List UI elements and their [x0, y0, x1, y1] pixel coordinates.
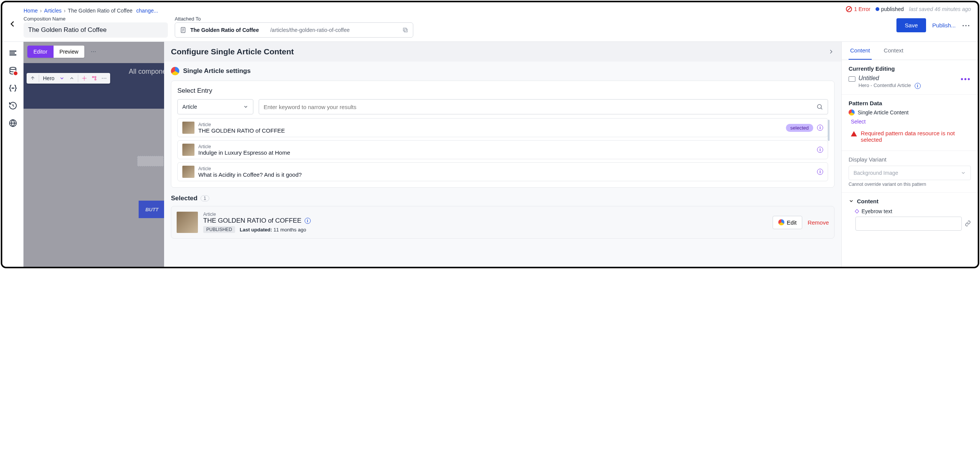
chevron-down-icon — [849, 198, 854, 204]
eyebrow-text-input[interactable] — [856, 217, 962, 231]
published-badge: PUBLISHED — [203, 226, 235, 233]
entry-thumbnail — [182, 121, 194, 134]
breadcrumb-current: The Golden Ratio of Coffee — [68, 8, 132, 14]
svg-point-8 — [10, 67, 16, 70]
eyebrow-label: Eyebrow text — [861, 208, 892, 214]
chevron-down-icon — [961, 170, 966, 175]
chip-more-icon[interactable]: ⋯ — [100, 75, 108, 82]
layers-icon[interactable] — [8, 49, 18, 58]
pattern-data-heading: Pattern Data — [849, 100, 971, 107]
back-button[interactable] — [6, 18, 19, 30]
pattern-select-button[interactable]: Select — [849, 115, 868, 128]
tree-icon[interactable] — [91, 75, 98, 82]
attached-title: The Golden Ratio of Coffee — [190, 27, 259, 33]
save-button[interactable]: Save — [896, 18, 926, 32]
composition-name-label: Composition Name — [24, 16, 168, 22]
canvas-more-icon[interactable]: ⋯ — [88, 46, 100, 58]
info-icon[interactable]: i — [817, 124, 823, 131]
info-icon[interactable]: i — [817, 147, 823, 153]
warning-icon — [851, 131, 857, 136]
search-icon — [816, 104, 823, 110]
entry-row[interactable]: Article Indulge in Luxury Espresso at Ho… — [177, 140, 828, 159]
copy-icon[interactable] — [402, 27, 408, 33]
svg-rect-15 — [95, 77, 96, 78]
collapse-panel-icon[interactable] — [828, 48, 835, 55]
up-arrow-icon[interactable] — [29, 75, 37, 82]
chevron-up-icon[interactable] — [68, 75, 76, 82]
entry-type: Article — [198, 122, 782, 127]
info-icon[interactable]: i — [305, 218, 311, 224]
variant-select: Background Image — [849, 166, 971, 180]
target-icon[interactable] — [81, 75, 88, 82]
updated-label: Last updated: — [240, 227, 272, 233]
breadcrumb-separator: › — [40, 8, 42, 14]
chevron-down-icon[interactable] — [58, 75, 66, 82]
monitor-icon — [849, 77, 856, 82]
info-icon[interactable]: i — [915, 83, 921, 89]
svg-rect-6 — [10, 53, 15, 54]
breadcrumb-articles[interactable]: Articles — [44, 8, 62, 14]
entry-row[interactable]: Article THE GOLDEN RATIO of COFFEE selec… — [177, 118, 828, 137]
editor-tab[interactable]: Editor — [27, 46, 54, 58]
left-rail — [2, 42, 24, 267]
entry-row[interactable]: Article What is Acidity in Coffee? And i… — [177, 162, 828, 181]
svg-rect-2 — [403, 28, 406, 31]
attached-path: /articles/the-golden-ratio-of-coffee — [262, 27, 398, 33]
code-braces-icon[interactable] — [8, 84, 18, 93]
select-entry-label: Select Entry — [177, 87, 828, 95]
attached-to-box[interactable]: The Golden Ratio of Coffee /articles/the… — [175, 22, 413, 38]
globe-icon[interactable] — [8, 118, 18, 128]
type-filter-dropdown[interactable]: Article — [177, 99, 253, 114]
entry-thumbnail — [182, 166, 194, 178]
database-icon[interactable] — [8, 66, 18, 75]
svg-rect-5 — [10, 51, 16, 52]
contentful-logo-icon — [849, 110, 855, 115]
hero-chip-label: Hero — [41, 75, 56, 82]
currently-editing-heading: Currently Editing — [849, 65, 971, 72]
selected-count: 1 — [200, 195, 209, 201]
svg-point-11 — [13, 88, 14, 88]
search-input[interactable] — [264, 104, 813, 110]
edit-button[interactable]: Edit — [773, 216, 802, 229]
document-icon — [180, 27, 186, 33]
hero-breadcrumb-chip[interactable]: Hero ⋯ — [27, 73, 110, 84]
editing-title: Untitled — [858, 75, 921, 82]
preview-tab[interactable]: Preview — [54, 46, 85, 58]
tab-content[interactable]: Content — [849, 42, 872, 60]
selected-heading: Selected — [171, 195, 197, 202]
link-icon[interactable] — [965, 220, 971, 226]
pattern-data-name: Single Article Content — [858, 110, 908, 115]
scrollbar[interactable] — [828, 120, 830, 141]
chevron-down-icon — [243, 104, 248, 110]
editing-more-icon[interactable]: ••• — [961, 75, 971, 84]
selected-title: THE GOLDEN RATIO of COFFEE — [203, 217, 302, 225]
svg-rect-1 — [404, 29, 407, 32]
entry-title: What is Acidity in Coffee? And is it goo… — [198, 171, 813, 178]
breadcrumb-change[interactable]: change... — [136, 8, 158, 14]
tab-context[interactable]: Context — [882, 42, 905, 60]
editing-subtitle: Hero - Contentful Article i — [858, 83, 921, 89]
breadcrumb: Home › Articles › The Golden Ratio of Co… — [24, 6, 842, 15]
settings-title: Single Article settings — [183, 67, 251, 75]
composition-name-input[interactable] — [24, 22, 168, 38]
variant-hint: Cannot override variant on this pattern — [849, 182, 971, 187]
error-badge[interactable]: 1 Error — [846, 6, 870, 12]
entry-type: Article — [198, 144, 813, 149]
remove-button[interactable]: Remove — [808, 219, 829, 226]
svg-point-13 — [84, 78, 86, 79]
info-icon[interactable]: i — [817, 169, 823, 175]
content-section-toggle[interactable]: Content — [849, 198, 971, 204]
more-menu-icon[interactable]: ⋯ — [962, 21, 971, 30]
search-input-wrapper[interactable] — [259, 99, 828, 114]
entry-type: Article — [198, 166, 813, 171]
entry-title: Indulge in Luxury Espresso at Home — [198, 149, 813, 156]
svg-rect-14 — [93, 77, 94, 78]
publish-button[interactable]: Publish... — [932, 22, 956, 29]
error-icon — [846, 6, 852, 12]
svg-rect-16 — [95, 79, 96, 80]
last-saved: last saved 46 minutes ago — [909, 6, 971, 12]
breadcrumb-home[interactable]: Home — [24, 8, 38, 14]
selected-type: Article — [203, 212, 767, 217]
history-icon[interactable] — [8, 101, 18, 110]
selected-entry-card: Article THE GOLDEN RATIO of COFFEE i PUB… — [171, 206, 835, 239]
